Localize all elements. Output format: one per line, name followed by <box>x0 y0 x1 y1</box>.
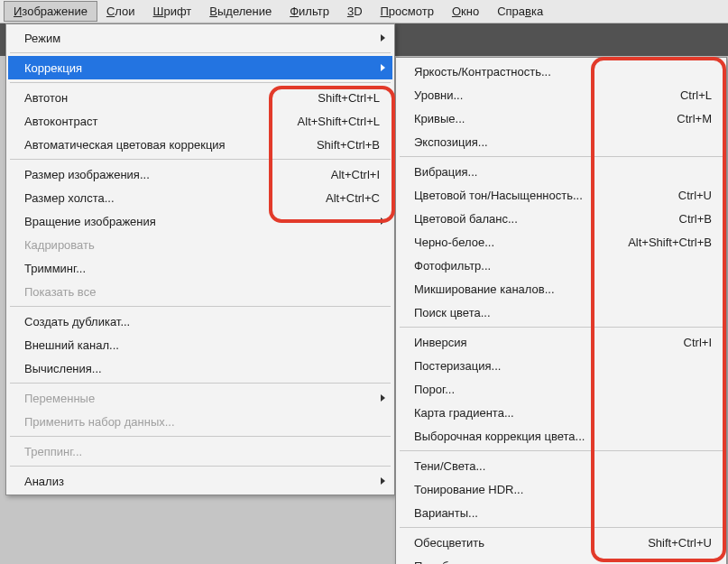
menu-item-label: Тонирование HDR... <box>414 483 712 496</box>
menu-item-shortcut: Shift+Ctrl+B <box>317 138 380 152</box>
image-menu-item-5[interactable]: АвтоконтрастAlt+Shift+Ctrl+L <box>8 109 392 133</box>
image-menu-item-17[interactable]: Вычисления... <box>8 356 392 380</box>
adjustments-item-16[interactable]: Карта градиента... <box>398 401 724 424</box>
image-menu-item-10[interactable]: Вращение изображения <box>8 209 392 233</box>
menu-item-shortcut: Ctrl+B <box>679 212 712 226</box>
menu-item-label: Переменные <box>24 392 380 405</box>
menu-item-label: Автоконтраст <box>24 115 280 128</box>
image-menu: РежимКоррекцияАвтотонShift+Ctrl+LАвтокон… <box>5 23 395 495</box>
image-menu-item-2[interactable]: Коррекция <box>8 56 392 79</box>
submenu-arrow-icon <box>381 34 385 42</box>
menu-item-label: Треппинг... <box>24 445 380 458</box>
menubar-item-0[interactable]: Изображение <box>4 1 97 22</box>
menu-item-label: Вибрация... <box>414 165 712 179</box>
menu-item-label: Цветовой баланс... <box>414 212 661 226</box>
menubar-item-3[interactable]: Выделение <box>200 2 281 21</box>
menu-item-label: Вычисления... <box>24 362 380 375</box>
image-menu-item-12[interactable]: Тримминг... <box>8 256 392 280</box>
menu-item-label: Автоматическая цветовая коррекция <box>24 138 299 152</box>
menu-item-label: Микширование каналов... <box>414 282 712 296</box>
menu-separator <box>10 383 391 384</box>
adjustments-item-24[interactable]: Подобрать цвет... <box>398 554 724 564</box>
menubar-item-4[interactable]: Фильтр <box>281 2 338 21</box>
menu-separator <box>400 527 723 528</box>
menubar: ИзображениеСлоиШрифтВыделениеФильтр3DПро… <box>0 0 728 23</box>
adjustments-item-19[interactable]: Тени/Света... <box>398 454 724 477</box>
menu-item-shortcut: Ctrl+M <box>677 112 712 125</box>
submenu-arrow-icon <box>381 64 385 71</box>
menu-separator <box>10 466 391 467</box>
menu-item-label: Черно-белое... <box>414 236 610 249</box>
image-menu-item-20: Применить набор данных... <box>8 410 392 433</box>
image-menu-item-19: Переменные <box>8 386 392 410</box>
adjustments-item-13[interactable]: ИнверсияCtrl+I <box>398 330 724 354</box>
submenu-arrow-icon <box>381 477 385 485</box>
adjustments-item-1[interactable]: Уровни...Ctrl+L <box>398 83 724 106</box>
menu-item-label: Варианты... <box>414 506 712 520</box>
image-menu-item-22: Треппинг... <box>8 439 392 463</box>
menu-item-shortcut: Shift+Ctrl+L <box>318 91 380 105</box>
menu-item-shortcut: Ctrl+I <box>684 336 712 349</box>
menu-item-label: Режим <box>24 32 380 45</box>
adjustments-item-17[interactable]: Выборочная коррекция цвета... <box>398 424 724 448</box>
adjustments-item-8[interactable]: Черно-белое...Alt+Shift+Ctrl+B <box>398 230 724 254</box>
menu-item-label: Порог... <box>414 383 712 396</box>
image-menu-item-15[interactable]: Создать дубликат... <box>8 310 392 333</box>
menubar-item-7[interactable]: Окно <box>443 2 488 21</box>
menu-item-shortcut: Alt+Ctrl+I <box>331 168 380 181</box>
submenu-arrow-icon <box>381 217 385 225</box>
adjustments-item-9[interactable]: Фотофильтр... <box>398 254 724 277</box>
image-menu-item-16[interactable]: Внешний канал... <box>8 333 392 356</box>
menubar-item-2[interactable]: Шрифт <box>144 2 201 21</box>
menu-separator <box>10 52 391 53</box>
menu-item-label: Кадрировать <box>24 238 380 252</box>
menu-item-shortcut: Alt+Ctrl+C <box>326 191 380 205</box>
adjustments-item-2[interactable]: Кривые...Ctrl+M <box>398 106 724 130</box>
image-menu-item-0[interactable]: Режим <box>8 26 392 50</box>
image-menu-item-9[interactable]: Размер холста...Alt+Ctrl+C <box>8 186 392 209</box>
menu-item-label: Вращение изображения <box>24 215 380 228</box>
menu-item-label: Подобрать цвет... <box>414 559 712 565</box>
menu-item-label: Кривые... <box>414 112 659 125</box>
adjustments-item-23[interactable]: ОбесцветитьShift+Ctrl+U <box>398 531 724 554</box>
adjustments-item-15[interactable]: Порог... <box>398 377 724 401</box>
adjustments-submenu: Яркость/Контрастность...Уровни...Ctrl+LК… <box>395 57 727 564</box>
adjustments-item-10[interactable]: Микширование каналов... <box>398 277 724 300</box>
menu-separator <box>400 156 723 157</box>
menu-item-label: Обесцветить <box>414 536 630 550</box>
image-menu-item-4[interactable]: АвтотонShift+Ctrl+L <box>8 86 392 109</box>
adjustments-item-6[interactable]: Цветовой тон/Насыщенность...Ctrl+U <box>398 183 724 207</box>
menu-item-label: Выборочная коррекция цвета... <box>414 430 712 443</box>
adjustments-item-3[interactable]: Экспозиция... <box>398 130 724 153</box>
image-menu-item-8[interactable]: Размер изображения...Alt+Ctrl+I <box>8 162 392 186</box>
menu-item-label: Цветовой тон/Насыщенность... <box>414 189 660 202</box>
menu-item-shortcut: Ctrl+U <box>678 189 712 202</box>
adjustments-item-14[interactable]: Постеризация... <box>398 354 724 377</box>
menu-item-label: Тримминг... <box>24 262 380 275</box>
menubar-item-6[interactable]: Просмотр <box>372 2 443 21</box>
menubar-item-1[interactable]: Слои <box>97 2 144 21</box>
image-menu-item-11: Кадрировать <box>8 233 392 256</box>
menu-item-label: Инверсия <box>414 336 666 349</box>
menu-item-label: Создать дубликат... <box>24 315 380 328</box>
menu-item-label: Коррекция <box>24 61 380 75</box>
menubar-item-5[interactable]: 3D <box>338 2 372 21</box>
adjustments-item-21[interactable]: Варианты... <box>398 501 724 524</box>
menu-item-label: Показать все <box>24 285 380 299</box>
adjustments-item-11[interactable]: Поиск цвета... <box>398 300 724 324</box>
menu-item-label: Яркость/Контрастность... <box>414 65 712 79</box>
menu-item-label: Тени/Света... <box>414 459 712 473</box>
image-menu-item-6[interactable]: Автоматическая цветовая коррекцияShift+C… <box>8 133 392 156</box>
adjustments-item-5[interactable]: Вибрация... <box>398 160 724 183</box>
menu-item-label: Карта градиента... <box>414 406 712 420</box>
menu-item-shortcut: Shift+Ctrl+U <box>648 536 712 550</box>
menu-item-label: Применить набор данных... <box>24 415 380 429</box>
menu-item-label: Анализ <box>24 475 380 488</box>
adjustments-item-0[interactable]: Яркость/Контрастность... <box>398 60 724 83</box>
menu-item-label: Экспозиция... <box>414 135 712 149</box>
menubar-item-8[interactable]: Справка <box>488 2 552 21</box>
menu-item-label: Внешний канал... <box>24 338 380 352</box>
adjustments-item-20[interactable]: Тонирование HDR... <box>398 477 724 501</box>
adjustments-item-7[interactable]: Цветовой баланс...Ctrl+B <box>398 207 724 230</box>
image-menu-item-24[interactable]: Анализ <box>8 469 392 493</box>
